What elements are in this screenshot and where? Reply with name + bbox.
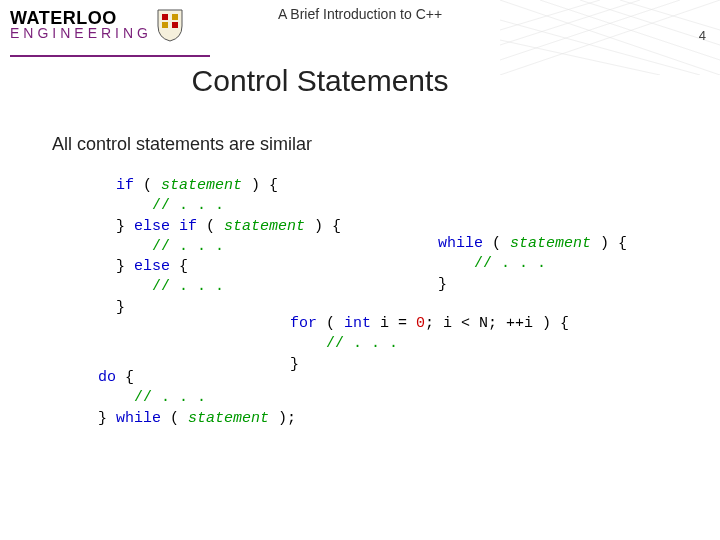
logo-line-2: ENGINEERING: [10, 27, 152, 40]
page-number: 4: [699, 28, 706, 43]
slide-body: All control statements are similar if ( …: [0, 134, 720, 155]
svg-rect-13: [172, 22, 178, 28]
header: WATERLOO ENGINEERING A Brief Introductio…: [0, 0, 720, 60]
code-for: for ( int i = 0; i < N; ++i ) { // . . .…: [290, 314, 569, 375]
code-if-else: if ( statement ) { // . . . } else if ( …: [116, 176, 341, 318]
svg-rect-12: [162, 22, 168, 28]
lead-text: All control statements are similar: [52, 134, 720, 155]
code-while: while ( statement ) { // . . . }: [438, 234, 627, 295]
code-do-while: do { // . . . } while ( statement );: [98, 368, 296, 429]
header-underline: [10, 55, 710, 57]
document-title: A Brief Introduction to C++: [0, 6, 720, 22]
slide-title: Control Statements: [0, 64, 680, 98]
